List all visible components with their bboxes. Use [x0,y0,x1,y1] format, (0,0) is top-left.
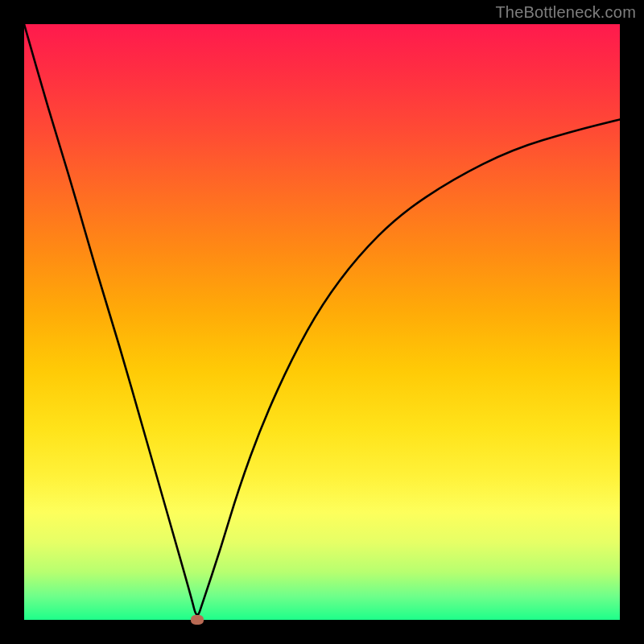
bottleneck-curve [24,24,620,620]
watermark-text: TheBottleneck.com [495,3,636,22]
chart-frame: TheBottleneck.com [0,0,644,644]
notch-marker [191,615,204,625]
chart-plot-area [24,24,620,620]
